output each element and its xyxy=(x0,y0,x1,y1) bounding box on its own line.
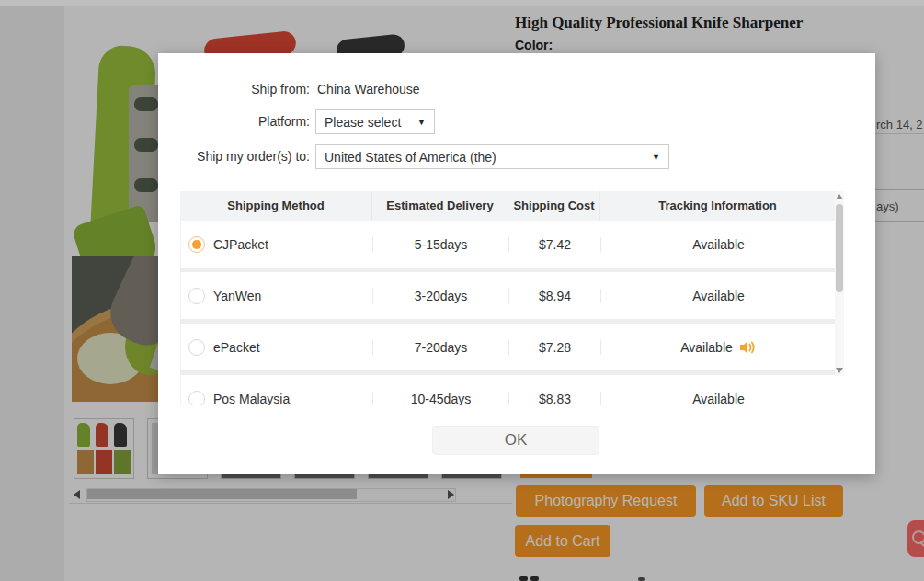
header-tracking-info: Tracking Information xyxy=(599,191,835,221)
top-edge-strip xyxy=(0,0,924,6)
shipping-method-name: YanWen xyxy=(213,289,261,303)
table-scrollbar-track[interactable] xyxy=(835,191,844,376)
platform-selected-value: Please select xyxy=(325,115,401,130)
platform-select[interactable]: Please select ▼ xyxy=(315,109,435,134)
tracking-status: Available xyxy=(692,289,745,303)
ship-from-value: China Warehouse xyxy=(317,82,420,97)
table-row-pos-malaysia[interactable]: Pos Malaysia 10-45days $8.83 Available xyxy=(180,375,844,405)
ship-from-label: Ship from: xyxy=(158,82,310,97)
platform-label: Platform: xyxy=(158,114,310,129)
radio-button[interactable] xyxy=(188,391,205,406)
speaker-icon xyxy=(740,340,757,355)
scroll-up-icon[interactable] xyxy=(836,194,843,199)
shipping-cost: $8.83 xyxy=(508,392,600,406)
ok-button[interactable]: OK xyxy=(432,426,599,455)
radio-button-selected[interactable] xyxy=(188,236,205,253)
chevron-down-icon: ▼ xyxy=(652,145,660,170)
table-header-row: Shipping Method Estimated Delivery Time … xyxy=(180,191,844,221)
shipping-cost: $8.94 xyxy=(508,289,600,303)
tracking-status: Available xyxy=(692,392,745,406)
shipping-method-name: Pos Malaysia xyxy=(213,392,290,406)
table-row-cjpacket[interactable]: CJPacket 5-15days $7.42 Available xyxy=(180,221,844,268)
page-root: High Quality Professional Knife Sharpene… xyxy=(0,0,924,581)
chevron-down-icon: ▼ xyxy=(417,110,426,135)
scroll-down-icon[interactable] xyxy=(836,368,843,373)
radio-button[interactable] xyxy=(188,339,205,356)
radio-button[interactable] xyxy=(188,288,205,304)
ship-to-label: Ship my order(s) to: xyxy=(158,149,310,164)
table-scrollbar-thumb[interactable] xyxy=(836,204,843,292)
table-row-yanwen[interactable]: YanWen 3-20days $8.94 Available xyxy=(180,272,844,319)
header-delivery-time: Estimated Delivery Time xyxy=(371,191,508,221)
shipping-cost: $7.28 xyxy=(508,340,600,355)
header-shipping-method: Shipping Method xyxy=(180,191,371,221)
tracking-status: Available xyxy=(692,237,745,252)
delivery-time: 5-15days xyxy=(372,237,508,252)
table-body-scroll-area: CJPacket 5-15days $7.42 Available YanWen… xyxy=(180,221,844,405)
table-row-epacket[interactable]: ePacket 7-20days $7.28 Available xyxy=(180,324,844,370)
shipping-method-name: CJPacket xyxy=(213,237,268,252)
shipping-cost: $7.42 xyxy=(508,237,600,252)
ship-to-select[interactable]: United States of America (the) ▼ xyxy=(315,144,669,169)
delivery-time: 10-45days xyxy=(372,392,508,406)
shipping-calculation-modal: Ship from: China Warehouse Platform: Ple… xyxy=(158,53,875,474)
delivery-time: 7-20days xyxy=(372,340,508,355)
tracking-status: Available xyxy=(680,340,733,355)
shipping-methods-table: Shipping Method Estimated Delivery Time … xyxy=(180,191,844,405)
delivery-time: 3-20days xyxy=(372,289,508,303)
header-shipping-cost: Shipping Cost xyxy=(508,191,599,221)
shipping-method-name: ePacket xyxy=(213,340,260,355)
ship-to-selected-value: United States of America (the) xyxy=(325,150,496,165)
